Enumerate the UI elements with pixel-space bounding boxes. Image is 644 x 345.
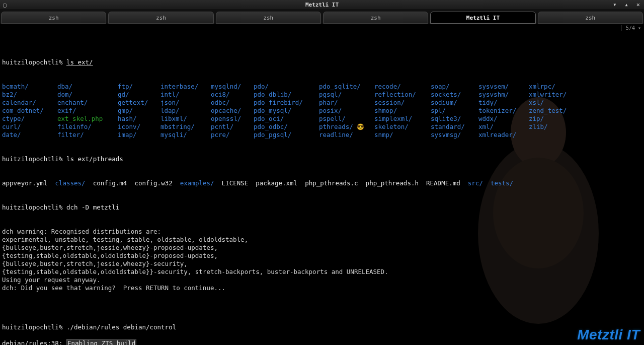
dir-entry: soap/ — [431, 83, 450, 90]
dir-entry: session/ — [374, 99, 405, 106]
dir-entry: pdo_sqlite/ — [319, 83, 361, 90]
dir-entry: sysvmsg/ — [431, 131, 461, 139]
dir-entry: libxml/ — [160, 115, 187, 122]
dir-entry: enchant/ — [57, 99, 88, 106]
file-entry: classes/ — [55, 179, 85, 187]
prompt: huitzilopochtli% — [2, 323, 62, 331]
output-line: {testing,stable,oldstable,oldoldstable}}… — [2, 268, 642, 276]
dir-entry: mysqli/ — [160, 131, 187, 139]
watermark-logo: Metztli IT — [577, 327, 640, 343]
dir-entry: sysvshm/ — [478, 91, 509, 98]
tab[interactable]: zsh — [538, 12, 643, 24]
dir-entry: com_dotnet/ — [2, 107, 44, 114]
dir-entry: fileinfo/ — [57, 123, 92, 130]
dir-entry: snmp/ — [374, 131, 393, 139]
prompt: huitzilopochtli% — [2, 58, 62, 66]
dir-entry: recode/ — [374, 83, 401, 90]
dir-entry: pdo_oci/ — [254, 115, 284, 122]
dir-entry: pdo/ — [254, 83, 269, 90]
dir-entry: filter/ — [57, 131, 84, 139]
dir-entry: pdo_dblib/ — [254, 91, 291, 98]
close-button[interactable]: ✕ — [634, 1, 642, 8]
file-entry: config.w32 — [134, 179, 172, 187]
dir-entry: date/ — [2, 131, 21, 139]
dir-entry: xmlrpc/ — [529, 83, 555, 90]
dir-entry: ftp/ — [118, 83, 133, 90]
emoji-icon: 😎 — [357, 123, 364, 130]
dir-entry: iconv/ — [118, 123, 140, 130]
dir-entry: ldap/ — [160, 107, 180, 114]
dir-entry: mbstring/ — [160, 123, 195, 130]
dir-entry: pcre/ — [211, 131, 230, 139]
dir-entry: opcache/ — [211, 107, 241, 114]
output-line: dch warning: Recognised distributions ar… — [2, 228, 642, 236]
dir-entry: pspell/ — [319, 115, 346, 122]
output-line: Using your request anyway. — [2, 276, 642, 284]
rules-prefix: debian/rules:38: — [2, 339, 66, 345]
dir-entry: calendar/ — [2, 99, 36, 106]
terminal-viewport[interactable]: huitzilopochtli% ls ext/ bcmath/dba/ftp/… — [0, 24, 644, 345]
dir-entry: imap/ — [118, 131, 137, 139]
command-ls-ext: ls ext/ — [66, 58, 93, 66]
dir-entry: pcntl/ — [211, 123, 233, 130]
dir-entry: sysvsem/ — [478, 83, 509, 90]
dir-entry: curl/ — [2, 123, 21, 130]
dir-entry: mysqlnd/ — [211, 83, 241, 90]
tab[interactable]: zsh — [216, 12, 321, 24]
minimize-button[interactable]: ▾ — [611, 1, 618, 8]
dir-entry: reflection/ — [374, 91, 416, 98]
dir-entry: hash/ — [118, 115, 137, 122]
dir-entry: bcmath/ — [2, 83, 29, 90]
window-titlebar: ▢ Metztli IT ▾ ▴ ✕ — [0, 0, 644, 10]
dch-output: dch warning: Recognised distributions ar… — [2, 228, 642, 292]
dir-entry: sqlite3/ — [431, 115, 461, 122]
dir-entry: intl/ — [160, 91, 180, 98]
output-line: {bullseye,buster,stretch,jessie,wheezy}-… — [2, 244, 642, 252]
dir-entry: tokenizer/ — [478, 107, 516, 114]
file-entry: php_pthreads.h — [366, 179, 419, 187]
dir-entry: dba/ — [57, 83, 72, 90]
dir-entry: skeleton/ — [374, 123, 409, 130]
dir-entry: bz2/ — [2, 91, 17, 98]
tab[interactable]: zsh — [108, 12, 213, 24]
dir-entry: interbase/ — [160, 83, 198, 90]
dir-entry: xmlwriter/ — [529, 91, 567, 98]
file-entry: php_pthreads.c — [305, 179, 358, 187]
pthreads-listing: appveyor.yml classes/ config.m4 config.w… — [2, 179, 642, 187]
file-entry: appveyor.yml — [2, 179, 47, 187]
file-entry: package.xml — [256, 179, 297, 187]
dir-entry: ext_skel.php — [57, 115, 103, 122]
dir-entry: zip/ — [529, 115, 544, 122]
prompt: huitzilopochtli% — [2, 155, 62, 163]
dir-entry: spl/ — [431, 107, 446, 114]
file-entry: README.md — [426, 179, 460, 187]
dir-entry: xmlreader/ — [478, 131, 516, 139]
dir-entry: gmp/ — [118, 107, 133, 114]
window-controls: ▾ ▴ ✕ — [611, 1, 642, 8]
dir-entry: pdo_pgsql/ — [254, 131, 291, 139]
dir-entry: tidy/ — [478, 99, 498, 106]
command-ls-pthreads: ls ext/pthreads — [66, 155, 123, 163]
tab[interactable]: zsh — [1, 12, 106, 24]
dir-entry: sodium/ — [431, 99, 457, 106]
app-icon: ▢ — [3, 2, 7, 9]
dir-entry: shmop/ — [374, 107, 397, 114]
dir-entry: pdo_mysql/ — [254, 107, 291, 114]
tab[interactable]: zsh — [323, 12, 428, 24]
dir-entry: phar/ — [319, 99, 338, 106]
ext-directory-listing: bcmath/dba/ftp/interbase/mysqlnd/pdo/pdo… — [2, 83, 642, 139]
output-line: {testing,stable,oldstable,oldoldstable}-… — [2, 252, 642, 260]
command-dch: dch -D metztli — [66, 203, 119, 211]
dir-entry: pthreads/ — [319, 123, 353, 130]
dir-entry: exif/ — [57, 107, 76, 114]
command-rules: ./debian/rules debian/control — [66, 323, 176, 331]
dir-entry: dom/ — [57, 91, 72, 98]
dir-entry: pdo_odbc/ — [254, 123, 288, 130]
dir-entry: ctype/ — [2, 115, 25, 122]
file-entry: src/ — [468, 179, 483, 187]
tab[interactable]: Metztli IT — [430, 12, 535, 24]
dir-entry: xsl/ — [529, 99, 544, 106]
dir-entry: zlib/ — [529, 123, 548, 130]
dir-entry: posix/ — [319, 107, 342, 114]
maximize-button[interactable]: ▴ — [623, 1, 630, 8]
